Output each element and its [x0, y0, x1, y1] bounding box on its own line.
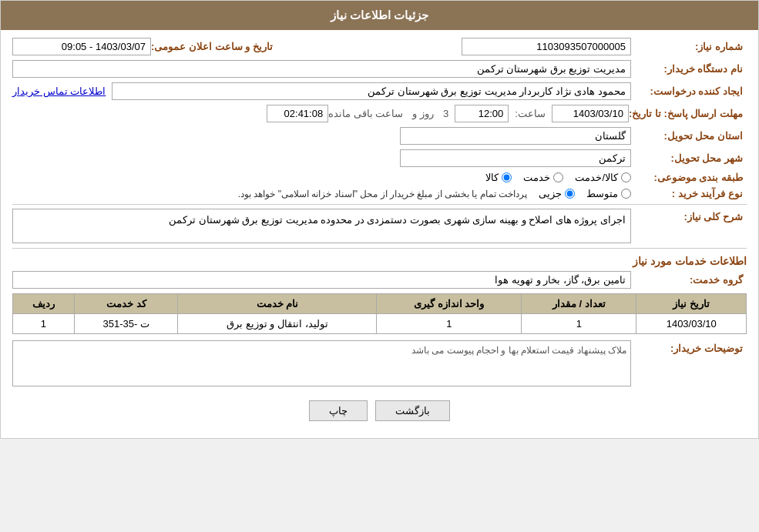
col-unit: واحد اندازه گیری	[377, 294, 522, 314]
col-need-date: تاریخ نیاز	[636, 294, 747, 314]
org-name-row: نام دستگاه خریدار: مدیریت توزیع برق شهرس…	[12, 60, 747, 78]
cell-row-num: 1	[13, 314, 75, 334]
category-option-khedmat: خدمت	[523, 172, 563, 183]
page-title: جزئیات اطلاعات نیاز	[331, 8, 428, 22]
category-radio-group: کالا/خدمت خدمت کالا	[485, 172, 631, 183]
description-value: اجرای پروژه های اصلاح و بهینه سازی شهری …	[12, 209, 631, 243]
cell-service-name: تولید، انتقال و توزیع برق	[178, 314, 377, 334]
buyer-notes-row: توضیحات خریدار: ملاک پیشنهاد قیمت استعلا…	[12, 340, 747, 386]
contact-link[interactable]: اطلاعات تماس خریدار	[12, 85, 106, 97]
creator-value: محمود هادی نژاد کاربردار مدیریت توزیع بر…	[112, 82, 631, 100]
announce-date-label: تاریخ و ساعت اعلان عمومی:	[151, 41, 277, 52]
col-service-code: کد خدمت	[74, 294, 178, 314]
col-quantity: تعداد / مقدار	[522, 294, 636, 314]
print-button[interactable]: چاپ	[309, 400, 368, 421]
creator-label: ایجاد کننده درخواست:	[631, 85, 747, 97]
buyer-notes-value: ملاک پیشنهاد قیمت استعلام بها و احجام پی…	[17, 345, 626, 356]
purchase-type-option-jozii: جزیی	[539, 188, 575, 199]
purchase-type-note: پرداخت تمام یا بخشی از مبلغ خریدار از مح…	[238, 189, 527, 199]
purchase-type-jozii-label: جزیی	[539, 188, 562, 199]
city-value: ترکمن	[400, 149, 631, 167]
reply-days-label: روز و	[412, 108, 434, 119]
category-radio-khedmat[interactable]	[553, 172, 563, 182]
category-option-kala-khedmat: کالا/خدمت	[575, 172, 631, 183]
need-number-label: شماره نیاز:	[631, 41, 747, 52]
services-info-title: اطلاعات خدمات مورد نیاز	[12, 255, 747, 267]
category-radio-kala[interactable]	[502, 172, 512, 182]
category-row: طبقه بندی موضوعی: کالا/خدمت خدمت کالا	[12, 172, 747, 183]
description-label: شرح کلی نیاز:	[631, 209, 747, 223]
services-table-body: 1403/03/10 1 1 تولید، انتقال و توزیع برق…	[13, 314, 747, 334]
description-row: شرح کلی نیاز: اجرای پروژه های اصلاح و به…	[12, 209, 747, 243]
province-value: گلستان	[400, 127, 631, 145]
reply-days-value: 3	[443, 108, 448, 119]
buyer-notes-label: توضیحات خریدار:	[631, 340, 747, 354]
services-table-header-row: تاریخ نیاز تعداد / مقدار واحد اندازه گیر…	[13, 294, 747, 314]
category-option-kala-khedmat-label: کالا/خدمت	[575, 172, 618, 183]
services-table-head: تاریخ نیاز تعداد / مقدار واحد اندازه گیر…	[13, 294, 747, 314]
divider1	[12, 204, 747, 205]
service-group-row: گروه خدمت: تامین برق، گاز، بخار و تهویه …	[12, 271, 747, 289]
col-service-name: نام خدمت	[178, 294, 377, 314]
purchase-type-label: نوع فرآیند خرید :	[631, 188, 747, 199]
announce-date-value: 1403/03/07 - 09:05	[12, 38, 151, 55]
category-radio-kala-khedmat[interactable]	[621, 172, 631, 182]
category-option-kala: کالا	[485, 172, 512, 183]
cell-quantity: 1	[522, 314, 636, 334]
divider2	[12, 248, 747, 249]
service-group-value: تامین برق، گاز، بخار و تهویه هوا	[12, 271, 631, 289]
remaining-label: ساعت باقی مانده	[328, 108, 403, 119]
purchase-type-motavasset-label: متوسط	[586, 188, 618, 199]
reply-time-value: 12:00	[455, 105, 509, 122]
org-name-value: مدیریت توزیع برق شهرستان ترکمن	[12, 60, 631, 78]
purchase-type-row: نوع فرآیند خرید : متوسط جزیی پرداخت تمام…	[12, 188, 747, 199]
province-label: استان محل تحویل:	[631, 130, 747, 142]
purchase-type-radio-jozii[interactable]	[565, 189, 575, 199]
services-table: تاریخ نیاز تعداد / مقدار واحد اندازه گیر…	[12, 293, 747, 334]
need-number-row: شماره نیاز: 1103093507000005 تاریخ و ساع…	[12, 38, 747, 55]
table-row: 1403/03/10 1 1 تولید، انتقال و توزیع برق…	[13, 314, 747, 334]
need-number-value: 1103093507000005	[462, 38, 631, 55]
footer-buttons: بازگشت چاپ	[12, 391, 747, 430]
city-row: شهر محل تحویل: ترکمن	[12, 149, 747, 167]
category-option-khedmat-label: خدمت	[523, 172, 550, 183]
province-row: استان محل تحویل: گلستان	[12, 127, 747, 145]
city-label: شهر محل تحویل:	[631, 152, 747, 164]
cell-service-code: ت -35-351	[74, 314, 178, 334]
creator-row: ایجاد کننده درخواست: محمود هادی نژاد کار…	[12, 82, 747, 100]
reply-time-label: ساعت:	[515, 108, 546, 119]
back-button[interactable]: بازگشت	[375, 400, 450, 421]
cell-need-date: 1403/03/10	[636, 314, 747, 334]
category-option-kala-label: کالا	[485, 172, 499, 183]
remaining-time-value: 02:41:08	[267, 105, 328, 122]
buyer-notes-box: ملاک پیشنهاد قیمت استعلام بها و احجام پی…	[12, 340, 631, 386]
purchase-type-option-motavasset: متوسط	[586, 188, 631, 199]
reply-deadline-row: مهلت ارسال پاسخ: تا تاریخ: 1403/03/10 سا…	[12, 105, 747, 122]
reply-date-value: 1403/03/10	[552, 105, 629, 122]
category-label: طبقه بندی موضوعی:	[631, 172, 747, 183]
service-group-label: گروه خدمت:	[631, 274, 747, 286]
purchase-type-radio-motavasset[interactable]	[621, 189, 631, 199]
reply-deadline-label: مهلت ارسال پاسخ: تا تاریخ:	[629, 108, 747, 119]
purchase-type-radio-group: متوسط جزیی	[539, 188, 631, 199]
org-name-label: نام دستگاه خریدار:	[631, 63, 747, 75]
page-header: جزئیات اطلاعات نیاز	[1, 1, 758, 30]
cell-unit: 1	[377, 314, 522, 334]
page-wrapper: جزئیات اطلاعات نیاز شماره نیاز: 11030935…	[0, 0, 759, 439]
content-area: شماره نیاز: 1103093507000005 تاریخ و ساع…	[1, 30, 758, 438]
col-row-num: ردیف	[13, 294, 75, 314]
